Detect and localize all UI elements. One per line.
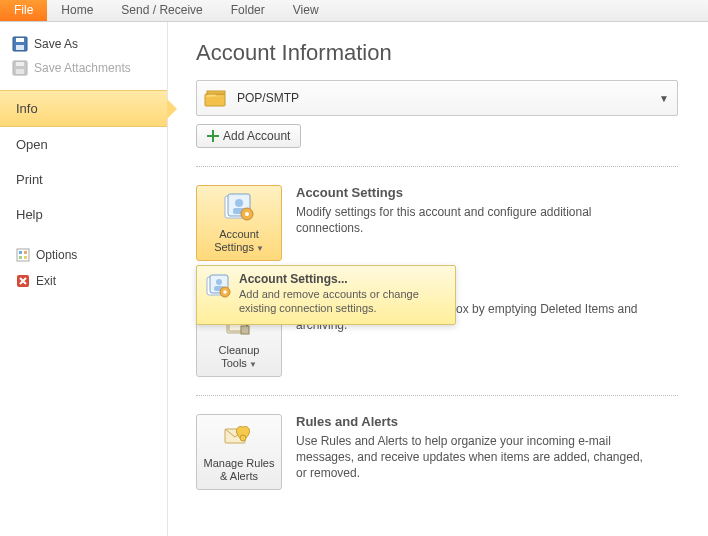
account-settings-btn-label: Account Settings	[214, 228, 259, 253]
floppy-icon	[12, 36, 28, 52]
save-as-label: Save As	[34, 37, 78, 51]
rules-body: Rules and Alerts Use Rules and Alerts to…	[296, 414, 656, 482]
divider	[196, 395, 678, 396]
svg-rect-28	[241, 326, 249, 334]
svg-rect-2	[16, 45, 24, 50]
svg-point-19	[245, 212, 249, 216]
svg-rect-1	[16, 38, 24, 42]
account-settings-small-icon	[205, 274, 231, 300]
rules-desc: Use Rules and Alerts to help organize yo…	[296, 433, 656, 482]
nav-info[interactable]: Info	[0, 90, 167, 127]
save-attachments-button: Save Attachments	[0, 56, 167, 80]
svg-rect-10	[24, 256, 27, 259]
save-attachments-label: Save Attachments	[34, 61, 131, 75]
rules-heading: Rules and Alerts	[296, 414, 656, 429]
svg-point-25	[223, 290, 227, 294]
exit-label: Exit	[36, 274, 56, 288]
account-settings-desc: Modify settings for this account and con…	[296, 204, 656, 236]
options-label: Options	[36, 248, 77, 262]
plus-icon	[207, 130, 219, 142]
svg-rect-6	[17, 249, 29, 261]
account-settings-icon	[221, 192, 257, 224]
add-account-button[interactable]: Add Account	[196, 124, 301, 148]
svg-rect-8	[24, 251, 27, 254]
account-type-label: POP/SMTP	[237, 91, 299, 105]
nav-help[interactable]: Help	[0, 197, 167, 232]
backstage-sidebar: Save As Save Attachments Info Open Print…	[0, 22, 168, 536]
divider	[196, 166, 678, 167]
section-account-settings: Account Settings▼ Account Settings Modif…	[196, 185, 678, 261]
account-settings-body: Account Settings Modify settings for thi…	[296, 185, 656, 236]
add-account-label: Add Account	[223, 129, 290, 143]
chevron-down-icon: ▼	[249, 360, 257, 369]
account-settings-tooltip[interactable]: Account Settings... Add and remove accou…	[196, 265, 456, 325]
svg-rect-5	[16, 69, 24, 74]
svg-rect-9	[19, 256, 22, 259]
svg-point-30	[240, 435, 246, 441]
account-dropdown[interactable]: POP/SMTP ▼	[196, 80, 678, 116]
tooltip-title: Account Settings...	[239, 272, 447, 286]
tab-home[interactable]: Home	[47, 0, 107, 21]
account-settings-heading: Account Settings	[296, 185, 656, 200]
page-title: Account Information	[196, 40, 678, 66]
nav-options[interactable]: Options	[0, 242, 167, 268]
chevron-down-icon: ▼	[659, 93, 669, 104]
svg-point-16	[235, 199, 243, 207]
tab-send-receive[interactable]: Send / Receive	[107, 0, 216, 21]
folder-stack-icon	[203, 87, 229, 109]
tab-view[interactable]: View	[279, 0, 333, 21]
rules-icon	[221, 421, 257, 453]
ribbon-tabs: File Home Send / Receive Folder View	[0, 0, 708, 22]
svg-rect-7	[19, 251, 22, 254]
svg-rect-4	[16, 62, 24, 66]
rules-btn-label: Manage Rules & Alerts	[201, 457, 277, 483]
svg-rect-13	[207, 91, 225, 94]
tab-file[interactable]: File	[0, 0, 47, 21]
chevron-down-icon: ▼	[256, 244, 264, 253]
save-as-button[interactable]: Save As	[0, 32, 167, 56]
backstage-main: Account Information POP/SMTP ▼ Add Accou…	[168, 22, 708, 536]
floppy-dim-icon	[12, 60, 28, 76]
account-settings-button[interactable]: Account Settings▼	[196, 185, 282, 261]
tab-folder[interactable]: Folder	[217, 0, 279, 21]
options-icon	[16, 248, 30, 262]
exit-icon	[16, 274, 30, 288]
nav-open[interactable]: Open	[0, 127, 167, 162]
tooltip-desc: Add and remove accounts or change existi…	[239, 288, 447, 316]
nav-print[interactable]: Print	[0, 162, 167, 197]
manage-rules-button[interactable]: Manage Rules & Alerts	[196, 414, 282, 490]
nav-exit[interactable]: Exit	[0, 268, 167, 294]
svg-point-22	[216, 279, 222, 285]
section-rules: Manage Rules & Alerts Rules and Alerts U…	[196, 414, 678, 490]
